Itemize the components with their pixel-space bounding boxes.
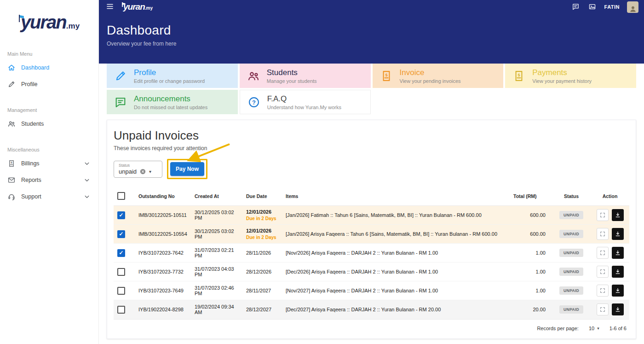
expand-icon xyxy=(599,306,606,313)
app-root: yuran.my Main Menu Dashboard Profile Man… xyxy=(0,0,644,344)
gallery-button[interactable] xyxy=(588,2,597,12)
outstanding-no: IMB/30122025-10511 xyxy=(135,206,191,225)
table-row: IYB/31072023-7732 31/07/2023 04:03 PM 28… xyxy=(114,262,629,281)
invoice-total: 20.00 xyxy=(510,300,552,319)
card-invoice[interactable]: Invoice View your pending invoices xyxy=(373,64,504,88)
outstanding-no: IYB/31072023-7649 xyxy=(135,281,191,300)
card-desc: Edit profile or change password xyxy=(134,78,205,84)
topbar-logo[interactable]: yuran.my xyxy=(122,2,153,12)
row-checkbox[interactable] xyxy=(117,249,125,257)
col-created-at: Created At xyxy=(191,187,242,206)
sidebar-section-miscellaneous: Miscellaneous xyxy=(0,144,98,155)
invoice-icon xyxy=(379,69,394,83)
invoice-items: [Nov/2026] Arisya Faqeera :: DARJAH 2 ::… xyxy=(282,244,510,262)
row-checkbox[interactable] xyxy=(117,211,125,219)
payment-icon xyxy=(512,69,526,83)
sidebar-logo[interactable]: yuran.my xyxy=(0,0,98,36)
download-icon xyxy=(615,250,621,256)
expand-icon xyxy=(599,287,606,294)
brand-flag-icon xyxy=(19,15,23,22)
row-checkbox[interactable] xyxy=(117,287,125,295)
sidebar-item-profile[interactable]: Profile xyxy=(0,76,98,93)
invoice-total: 600.00 xyxy=(510,206,552,225)
card-faq[interactable]: F.A.Q Understand how Yuran.My works xyxy=(240,90,371,114)
pagination-range: 1-6 of 6 xyxy=(610,326,627,331)
card-profile[interactable]: Profile Edit profile or change password xyxy=(107,64,238,88)
expand-icon xyxy=(599,231,606,237)
sidebar-item-support[interactable]: Support xyxy=(0,188,98,205)
expand-icon xyxy=(599,250,606,256)
download-button[interactable] xyxy=(612,247,624,259)
card-desc: Do not missed out latest updates xyxy=(134,105,207,110)
sidebar-section-main-menu: Main Menu xyxy=(0,48,98,59)
expand-button[interactable] xyxy=(597,209,609,221)
invoice-items: [Dec/2026] Arisya Faqeera :: DARJAH 2 ::… xyxy=(282,262,510,281)
expand-button[interactable] xyxy=(597,228,609,240)
brand-name: yuran xyxy=(21,12,66,32)
table-row: IYB/31072023-7649 31/07/2023 02:46 PM 28… xyxy=(114,281,629,300)
page-subtitle: Overview your fee from here xyxy=(107,41,636,47)
sidebar-item-dashboard[interactable]: Dashboard xyxy=(0,59,98,76)
expand-button[interactable] xyxy=(597,266,609,278)
chevron-down-icon[interactable] xyxy=(83,192,91,201)
home-icon xyxy=(7,64,16,72)
invoice-total: 1.00 xyxy=(510,244,552,262)
pay-now-button[interactable]: Pay Now xyxy=(170,162,204,176)
chat-icon xyxy=(572,3,580,11)
download-button[interactable] xyxy=(612,228,624,240)
due-date: 28/11/2026 xyxy=(246,250,278,256)
chevron-down-icon[interactable] xyxy=(83,176,91,184)
row-checkbox[interactable] xyxy=(117,306,125,314)
sidebar-item-billings[interactable]: Billings xyxy=(0,155,98,172)
section-subtitle: These invoices required your attention xyxy=(114,145,629,152)
outstanding-no: IMB/30122025-10554 xyxy=(135,225,191,244)
chevron-down-icon[interactable] xyxy=(83,159,91,168)
pen-icon xyxy=(7,80,16,88)
download-button[interactable] xyxy=(612,285,624,297)
sidebar-item-students[interactable]: Students xyxy=(0,116,98,132)
row-checkbox[interactable] xyxy=(117,230,125,238)
row-checkbox[interactable] xyxy=(117,268,125,276)
status-badge: UNPAID xyxy=(559,268,583,276)
sidebar-item-reports[interactable]: Reports xyxy=(0,172,98,188)
chat-button[interactable] xyxy=(571,2,581,12)
expand-button[interactable] xyxy=(597,247,609,259)
annotation-highlight-box: Pay Now xyxy=(167,159,207,179)
expand-button[interactable] xyxy=(597,285,609,297)
card-payments[interactable]: Payments View your payment history xyxy=(505,64,636,88)
hamburger-icon xyxy=(106,2,114,11)
card-students[interactable]: Students Manage your students xyxy=(240,64,371,88)
invoice-total: 600.00 xyxy=(510,225,552,244)
col-action: Action xyxy=(591,187,629,206)
select-all-checkbox[interactable] xyxy=(117,192,125,200)
due-date: 12/01/2026 xyxy=(246,209,278,215)
created-at: 31/07/2023 02:21 PM xyxy=(191,244,242,262)
section-title: Unpaid Invoices xyxy=(114,128,629,143)
brand-suffix: .my xyxy=(66,22,80,30)
card-desc: View your payment history xyxy=(532,78,592,84)
download-button[interactable] xyxy=(612,266,624,278)
card-title: Invoice xyxy=(400,68,461,77)
download-button[interactable] xyxy=(612,303,624,315)
table-row: IMB/30122025-10511 30/12/2025 03:02 PM 1… xyxy=(114,206,629,225)
card-announcements[interactable]: Announcements Do not missed out latest u… xyxy=(107,90,238,114)
expand-button[interactable] xyxy=(597,303,609,315)
menu-button[interactable] xyxy=(104,1,115,12)
billing-icon xyxy=(7,159,16,168)
download-button[interactable] xyxy=(612,209,624,221)
due-date: 28/11/2027 xyxy=(246,288,278,293)
records-per-page-select[interactable]: 10 ▾ xyxy=(589,326,599,331)
status-badge: UNPAID xyxy=(559,286,583,295)
created-at: 30/12/2025 03:02 PM xyxy=(191,206,242,225)
chevron-down-icon[interactable]: ▾ xyxy=(149,169,151,174)
sidebar-item-label: Reports xyxy=(21,177,41,183)
filter-value: unpaid xyxy=(119,168,137,175)
avatar[interactable] xyxy=(627,1,638,13)
sidebar-item-label: Billings xyxy=(21,160,40,167)
clear-filter-icon[interactable] xyxy=(139,168,146,175)
outstanding-no: IYB/31072023-7732 xyxy=(135,262,191,281)
card-title: Announcements xyxy=(134,94,207,104)
invoice-total: 1.00 xyxy=(510,262,552,281)
status-filter[interactable]: Status unpaid ▾ xyxy=(114,161,162,178)
gallery-icon xyxy=(588,3,596,11)
